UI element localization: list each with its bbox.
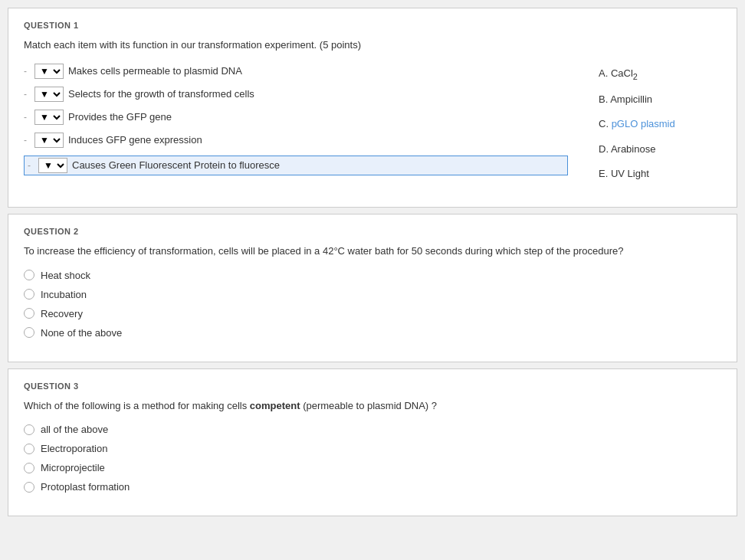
dropdown-2[interactable]: ▼ABCDE — [34, 87, 64, 102]
radio-none-above[interactable] — [24, 327, 34, 338]
q3-label-electroporation: Electroporation — [41, 443, 107, 454]
dropdown-4[interactable]: ▼ABCDE — [34, 133, 64, 148]
question-1-label: QUESTION 1 — [24, 21, 721, 30]
match-row-5: - ▼ABCDE Causes Green Fluorescent Protei… — [24, 156, 568, 175]
q3-text-part1: Which of the following is a method for m… — [24, 400, 250, 411]
match-container: - ▼ABCDE Makes cells permeable to plasmi… — [24, 64, 721, 192]
question-3-block: QUESTION 3 Which of the following is a m… — [8, 368, 737, 517]
question-2-block: QUESTION 2 To increase the efficiency of… — [8, 214, 737, 362]
match-row-4: - ▼ABCDE Induces GFP gene expression — [24, 133, 568, 148]
match-row-1: - ▼ABCDE Makes cells permeable to plasmi… — [24, 64, 568, 79]
q3-text-bold: competent — [250, 400, 300, 411]
q3-option-microprojectile[interactable]: Microprojectile — [24, 462, 721, 473]
q3-option-electroporation[interactable]: Electroporation — [24, 443, 721, 454]
radio-incubation[interactable] — [24, 289, 34, 300]
question-2-text: To increase the efficiency of transforma… — [24, 244, 721, 259]
pglo-link[interactable]: pGLO plasmid — [612, 118, 675, 129]
dash-1: - — [24, 66, 30, 77]
answer-E: E. UV Light — [599, 167, 721, 181]
radio-recovery[interactable] — [24, 308, 34, 319]
dash-5: - — [28, 160, 34, 171]
q2-option-incubation[interactable]: Incubation — [24, 289, 721, 300]
match-row-text-3: Provides the GFP gene — [68, 111, 172, 123]
q2-label-none: None of the above — [41, 327, 122, 339]
question-3-text: Which of the following is a method for m… — [24, 398, 721, 414]
dash-2: - — [24, 89, 30, 100]
match-row-text-1: Makes cells permeable to plasmid DNA — [68, 65, 242, 77]
q3-label-microprojectile: Microprojectile — [41, 462, 105, 473]
match-left: - ▼ABCDE Makes cells permeable to plasmi… — [24, 64, 568, 192]
question-1-text: Match each item with its function in our… — [24, 38, 721, 53]
dropdown-3[interactable]: ▼ABCDE — [34, 110, 64, 125]
radio-protoplast[interactable] — [24, 482, 34, 493]
question-2-label: QUESTION 2 — [24, 227, 721, 236]
q2-label-heat-shock: Heat shock — [41, 270, 90, 281]
q2-option-recovery[interactable]: Recovery — [24, 308, 721, 319]
answer-B: B. Ampicillin — [599, 93, 721, 106]
q2-label-incubation: Incubation — [41, 289, 87, 300]
q2-option-heat-shock[interactable]: Heat shock — [24, 270, 721, 281]
dropdown-1[interactable]: ▼ABCDE — [34, 64, 64, 79]
q3-label-protoplast: Protoplast formation — [41, 481, 130, 493]
answer-A: A. CaCl2 — [599, 67, 721, 83]
answer-C: C. pGLO plasmid — [599, 117, 721, 131]
q2-option-none[interactable]: None of the above — [24, 327, 721, 339]
q3-option-all[interactable]: all of the above — [24, 424, 721, 435]
q3-text-part2: (permeable to plasmid DNA) ? — [300, 400, 437, 411]
dropdown-5[interactable]: ▼ABCDE — [38, 158, 67, 173]
answer-D: D. Arabinose — [599, 142, 721, 156]
dash-3: - — [24, 112, 30, 123]
match-row-text-2: Selects for the growth of transformed ce… — [68, 88, 254, 100]
dash-4: - — [24, 135, 30, 146]
match-right: A. CaCl2 B. Ampicillin C. pGLO plasmid D… — [599, 64, 721, 192]
q3-option-protoplast[interactable]: Protoplast formation — [24, 481, 721, 493]
match-row-3: - ▼ABCDE Provides the GFP gene — [24, 110, 568, 125]
question-3-label: QUESTION 3 — [24, 382, 721, 391]
match-row-2: - ▼ABCDE Selects for the growth of trans… — [24, 87, 568, 102]
radio-heat-shock[interactable] — [24, 270, 34, 280]
q2-label-recovery: Recovery — [41, 308, 83, 319]
match-row-text-4: Induces GFP gene expression — [68, 134, 202, 146]
q3-label-all: all of the above — [41, 424, 108, 435]
question-1-block: QUESTION 1 Match each item with its func… — [8, 8, 737, 208]
radio-electroporation[interactable] — [24, 444, 34, 454]
radio-all-above[interactable] — [24, 424, 34, 435]
radio-microprojectile[interactable] — [24, 463, 34, 473]
match-row-text-5: Causes Green Fluorescent Protein to fluo… — [72, 159, 280, 171]
